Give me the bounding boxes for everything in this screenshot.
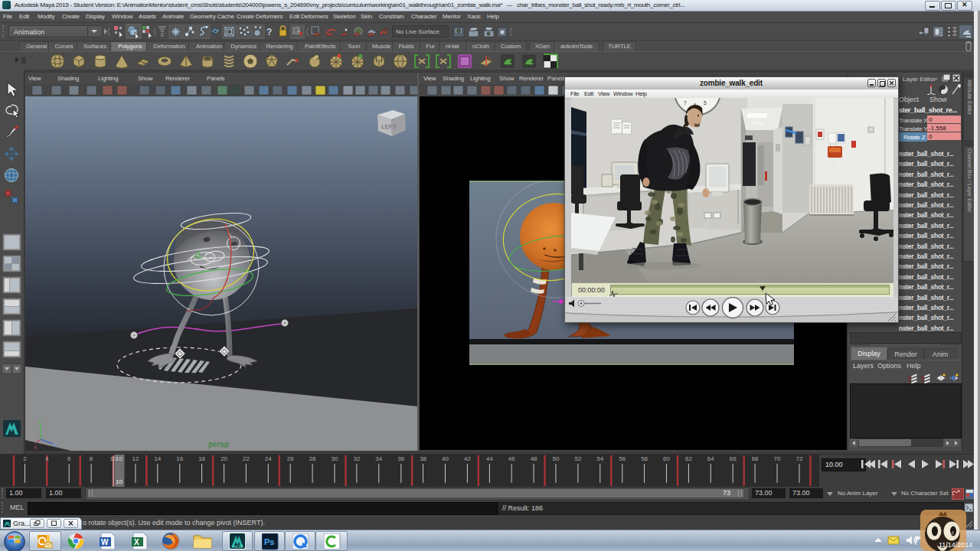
svg-text:?: ?: [266, 27, 272, 37]
svg-text:2: 2: [23, 455, 27, 462]
svg-text:64: 64: [707, 455, 714, 462]
svg-text:y: y: [38, 417, 41, 424]
svg-text:48: 48: [531, 455, 537, 462]
svg-text:70: 70: [774, 455, 781, 462]
svg-text:ma'15: ma'15: [232, 544, 243, 549]
svg-text:52: 52: [574, 455, 581, 462]
svg-text:18: 18: [198, 455, 205, 462]
svg-text:38: 38: [420, 455, 426, 462]
svg-text:68: 68: [752, 455, 759, 462]
svg-text:66: 66: [730, 455, 737, 462]
svg-text:X: X: [134, 538, 139, 546]
svg-text:26: 26: [287, 455, 294, 462]
svg-text:10: 10: [116, 478, 122, 485]
svg-text:12: 12: [132, 455, 139, 462]
svg-text:7: 7: [684, 100, 687, 106]
svg-text:6: 6: [67, 455, 71, 462]
svg-text:4: 4: [45, 455, 49, 462]
svg-text:5: 5: [704, 100, 707, 106]
svg-text:30: 30: [332, 455, 338, 462]
svg-text:44: 44: [486, 455, 493, 462]
svg-text:60: 60: [663, 455, 670, 462]
svg-text:W: W: [101, 538, 109, 546]
svg-text:34: 34: [375, 455, 382, 462]
svg-text:20: 20: [220, 455, 227, 462]
svg-text:32: 32: [353, 455, 360, 462]
svg-text:14: 14: [154, 455, 161, 462]
svg-text:50: 50: [553, 455, 560, 462]
svg-text:56: 56: [619, 455, 626, 462]
svg-text:72: 72: [796, 455, 803, 462]
svg-text:24: 24: [265, 455, 272, 462]
svg-text:16: 16: [176, 455, 183, 462]
svg-text:persp: persp: [208, 440, 229, 448]
svg-text:22: 22: [243, 455, 250, 462]
svg-text:LEFT: LEFT: [381, 123, 397, 131]
svg-text:62: 62: [685, 455, 692, 462]
svg-text:42: 42: [464, 455, 471, 462]
svg-text:Ps: Ps: [264, 537, 274, 546]
svg-text:58: 58: [641, 455, 648, 462]
svg-text:54: 54: [596, 455, 603, 462]
svg-text:36: 36: [397, 455, 404, 462]
svg-text:10: 10: [116, 455, 122, 462]
svg-text:28: 28: [309, 455, 316, 462]
svg-text:40: 40: [442, 455, 449, 462]
svg-text:46: 46: [508, 455, 515, 462]
svg-text:x: x: [34, 444, 37, 451]
svg-text:8: 8: [90, 455, 93, 462]
svg-text:z: z: [54, 442, 57, 448]
